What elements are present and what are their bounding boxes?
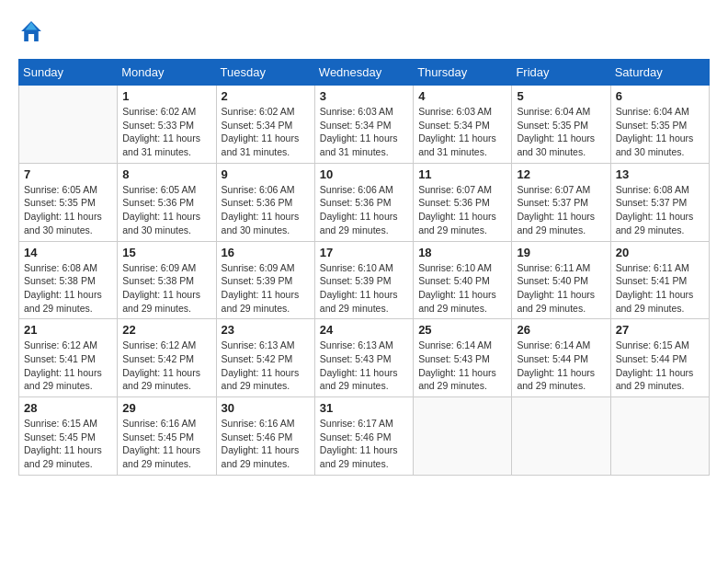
day-number: 20 <box>616 246 704 259</box>
header <box>18 18 710 44</box>
day-of-week-header: Friday <box>512 60 610 86</box>
day-number: 18 <box>418 246 506 259</box>
logo <box>18 18 48 44</box>
day-number: 17 <box>320 246 408 259</box>
day-number: 7 <box>24 167 112 181</box>
calendar-day-cell: 13Sunrise: 6:08 AM Sunset: 5:37 PM Dayli… <box>610 163 709 241</box>
day-of-week-header: Tuesday <box>216 60 314 86</box>
day-number: 2 <box>222 89 310 103</box>
calendar-week-row: 14Sunrise: 6:08 AM Sunset: 5:38 PM Dayli… <box>19 241 710 319</box>
calendar-day-cell: 8Sunrise: 6:05 AM Sunset: 5:36 PM Daylig… <box>118 163 216 241</box>
calendar-week-row: 28Sunrise: 6:15 AM Sunset: 5:45 PM Dayli… <box>19 397 710 476</box>
day-info: Sunrise: 6:10 AM Sunset: 5:40 PM Dayligh… <box>418 261 506 316</box>
calendar-day-cell: 5Sunrise: 6:04 AM Sunset: 5:35 PM Daylig… <box>512 86 610 164</box>
day-info: Sunrise: 6:08 AM Sunset: 5:37 PM Dayligh… <box>616 183 704 237</box>
calendar-day-cell: 29Sunrise: 6:16 AM Sunset: 5:45 PM Dayli… <box>118 397 216 476</box>
calendar-day-cell: 6Sunrise: 6:04 AM Sunset: 5:35 PM Daylig… <box>610 86 709 164</box>
day-number: 9 <box>222 167 310 181</box>
day-info: Sunrise: 6:13 AM Sunset: 5:42 PM Dayligh… <box>222 339 310 393</box>
day-number: 10 <box>320 167 408 181</box>
day-info: Sunrise: 6:10 AM Sunset: 5:39 PM Dayligh… <box>320 261 408 316</box>
day-info: Sunrise: 6:17 AM Sunset: 5:46 PM Dayligh… <box>320 417 408 471</box>
day-info: Sunrise: 6:13 AM Sunset: 5:43 PM Dayligh… <box>320 339 408 393</box>
calendar-day-cell: 31Sunrise: 6:17 AM Sunset: 5:46 PM Dayli… <box>314 397 413 476</box>
day-info: Sunrise: 6:04 AM Sunset: 5:35 PM Dayligh… <box>517 105 605 159</box>
calendar-day-cell: 25Sunrise: 6:14 AM Sunset: 5:43 PM Dayli… <box>414 319 512 397</box>
day-number: 14 <box>24 246 112 259</box>
calendar-day-cell: 24Sunrise: 6:13 AM Sunset: 5:43 PM Dayli… <box>314 319 413 397</box>
day-of-week-header: Wednesday <box>314 60 413 86</box>
day-info: Sunrise: 6:09 AM Sunset: 5:38 PM Dayligh… <box>122 261 210 316</box>
day-info: Sunrise: 6:16 AM Sunset: 5:45 PM Dayligh… <box>122 417 210 471</box>
calendar-day-cell: 27Sunrise: 6:15 AM Sunset: 5:44 PM Dayli… <box>610 319 709 397</box>
calendar-day-cell: 9Sunrise: 6:06 AM Sunset: 5:36 PM Daylig… <box>216 163 314 241</box>
day-number: 22 <box>122 323 210 337</box>
day-info: Sunrise: 6:04 AM Sunset: 5:35 PM Dayligh… <box>616 105 704 159</box>
day-number: 21 <box>24 323 112 337</box>
day-number: 3 <box>320 89 408 103</box>
calendar-day-cell: 10Sunrise: 6:06 AM Sunset: 5:36 PM Dayli… <box>314 163 413 241</box>
day-of-week-header: Saturday <box>610 60 709 86</box>
day-info: Sunrise: 6:14 AM Sunset: 5:43 PM Dayligh… <box>418 339 506 393</box>
day-number: 31 <box>320 401 408 415</box>
day-info: Sunrise: 6:02 AM Sunset: 5:33 PM Dayligh… <box>122 105 210 159</box>
day-number: 15 <box>122 246 210 259</box>
calendar-week-row: 1Sunrise: 6:02 AM Sunset: 5:33 PM Daylig… <box>19 86 710 164</box>
day-info: Sunrise: 6:02 AM Sunset: 5:34 PM Dayligh… <box>222 105 310 159</box>
day-number: 24 <box>320 323 408 337</box>
calendar-day-cell: 1Sunrise: 6:02 AM Sunset: 5:33 PM Daylig… <box>118 86 216 164</box>
calendar-header-row: SundayMondayTuesdayWednesdayThursdayFrid… <box>19 60 710 86</box>
day-info: Sunrise: 6:07 AM Sunset: 5:37 PM Dayligh… <box>517 183 605 237</box>
day-info: Sunrise: 6:05 AM Sunset: 5:35 PM Dayligh… <box>24 183 112 237</box>
calendar-day-cell: 15Sunrise: 6:09 AM Sunset: 5:38 PM Dayli… <box>118 241 216 319</box>
day-info: Sunrise: 6:05 AM Sunset: 5:36 PM Dayligh… <box>122 183 210 237</box>
day-info: Sunrise: 6:11 AM Sunset: 5:41 PM Dayligh… <box>616 261 704 316</box>
day-info: Sunrise: 6:06 AM Sunset: 5:36 PM Dayligh… <box>222 183 310 237</box>
day-number: 29 <box>122 401 210 415</box>
calendar-day-cell: 3Sunrise: 6:03 AM Sunset: 5:34 PM Daylig… <box>314 86 413 164</box>
day-info: Sunrise: 6:12 AM Sunset: 5:42 PM Dayligh… <box>122 339 210 393</box>
logo-icon <box>18 18 44 44</box>
calendar-day-cell: 23Sunrise: 6:13 AM Sunset: 5:42 PM Dayli… <box>216 319 314 397</box>
day-number: 30 <box>222 401 310 415</box>
day-info: Sunrise: 6:12 AM Sunset: 5:41 PM Dayligh… <box>24 339 112 393</box>
day-number: 5 <box>517 89 605 103</box>
calendar-day-cell <box>610 397 709 476</box>
calendar-day-cell: 21Sunrise: 6:12 AM Sunset: 5:41 PM Dayli… <box>19 319 118 397</box>
calendar-day-cell: 19Sunrise: 6:11 AM Sunset: 5:40 PM Dayli… <box>512 241 610 319</box>
calendar-day-cell: 4Sunrise: 6:03 AM Sunset: 5:34 PM Daylig… <box>414 86 512 164</box>
calendar-day-cell: 22Sunrise: 6:12 AM Sunset: 5:42 PM Dayli… <box>118 319 216 397</box>
day-info: Sunrise: 6:14 AM Sunset: 5:44 PM Dayligh… <box>517 339 605 393</box>
day-info: Sunrise: 6:15 AM Sunset: 5:45 PM Dayligh… <box>24 417 112 471</box>
calendar-day-cell: 30Sunrise: 6:16 AM Sunset: 5:46 PM Dayli… <box>216 397 314 476</box>
day-info: Sunrise: 6:07 AM Sunset: 5:36 PM Dayligh… <box>418 183 506 237</box>
calendar-day-cell <box>19 86 118 164</box>
day-number: 26 <box>517 323 605 337</box>
calendar-day-cell: 20Sunrise: 6:11 AM Sunset: 5:41 PM Dayli… <box>610 241 709 319</box>
calendar-day-cell: 14Sunrise: 6:08 AM Sunset: 5:38 PM Dayli… <box>19 241 118 319</box>
day-info: Sunrise: 6:06 AM Sunset: 5:36 PM Dayligh… <box>320 183 408 237</box>
day-number: 4 <box>418 89 506 103</box>
day-number: 8 <box>122 167 210 181</box>
day-number: 27 <box>616 323 704 337</box>
day-of-week-header: Monday <box>118 60 216 86</box>
day-number: 16 <box>222 246 310 259</box>
day-number: 1 <box>122 89 210 103</box>
day-info: Sunrise: 6:03 AM Sunset: 5:34 PM Dayligh… <box>320 105 408 159</box>
day-info: Sunrise: 6:08 AM Sunset: 5:38 PM Dayligh… <box>24 261 112 316</box>
day-number: 6 <box>616 89 704 103</box>
calendar-day-cell: 16Sunrise: 6:09 AM Sunset: 5:39 PM Dayli… <box>216 241 314 319</box>
day-number: 23 <box>222 323 310 337</box>
calendar-day-cell: 17Sunrise: 6:10 AM Sunset: 5:39 PM Dayli… <box>314 241 413 319</box>
calendar-day-cell <box>414 397 512 476</box>
day-info: Sunrise: 6:16 AM Sunset: 5:46 PM Dayligh… <box>222 417 310 471</box>
day-of-week-header: Thursday <box>414 60 512 86</box>
calendar-day-cell: 11Sunrise: 6:07 AM Sunset: 5:36 PM Dayli… <box>414 163 512 241</box>
calendar-day-cell <box>512 397 610 476</box>
day-number: 25 <box>418 323 506 337</box>
calendar-day-cell: 12Sunrise: 6:07 AM Sunset: 5:37 PM Dayli… <box>512 163 610 241</box>
day-number: 19 <box>517 246 605 259</box>
calendar-week-row: 21Sunrise: 6:12 AM Sunset: 5:41 PM Dayli… <box>19 319 710 397</box>
day-number: 11 <box>418 167 506 181</box>
day-number: 12 <box>517 167 605 181</box>
